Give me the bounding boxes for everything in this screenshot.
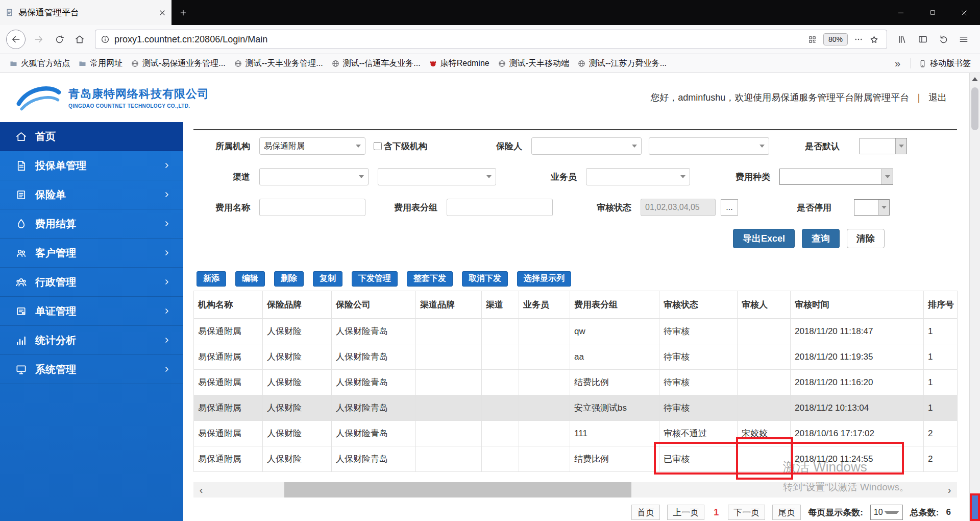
cancel-dispatch-button[interactable]: 取消下发 xyxy=(462,271,508,287)
sidebar-toggle-button[interactable] xyxy=(913,29,933,50)
current-page: 1 xyxy=(714,507,719,518)
mobile-bookmarks[interactable]: 移动版书签 xyxy=(914,57,975,70)
bookmark-folder[interactable]: 常用网址 xyxy=(74,57,127,70)
home-button[interactable] xyxy=(69,29,90,50)
maximize-button[interactable] xyxy=(917,0,948,25)
is-disabled-label: 是否停用 xyxy=(770,202,831,214)
sidebar-panel-icon xyxy=(918,34,928,44)
include-sub-org-checkbox[interactable] xyxy=(374,142,382,150)
bookmark-item[interactable]: 康特Redmine xyxy=(425,57,494,70)
table-header-cell: 费用表分组 xyxy=(570,291,659,319)
undo-button[interactable] xyxy=(933,29,953,50)
copy-button[interactable]: 复制 xyxy=(313,271,342,287)
bookmark-item[interactable]: 测试-天丰移动端 xyxy=(494,57,573,70)
page-size-select[interactable]: 10 xyxy=(870,505,903,520)
fee-group-input[interactable] xyxy=(447,199,553,216)
caret-down-icon xyxy=(884,511,899,514)
delete-button[interactable]: 删除 xyxy=(274,271,304,287)
dispatch-set-button[interactable]: 整套下发 xyxy=(407,271,453,287)
is-default-select[interactable] xyxy=(860,138,907,154)
choose-columns-button[interactable]: 选择显示列 xyxy=(517,271,571,287)
org-select-value: 易保通附属 xyxy=(264,141,356,152)
scroll-up-arrow-icon[interactable] xyxy=(972,77,978,81)
bookmark-item[interactable]: 测试--江苏万舜业务... xyxy=(573,57,671,70)
scroll-left-arrow-icon[interactable]: ‹ xyxy=(193,482,209,498)
menu-button[interactable] xyxy=(953,29,974,50)
bookmark-folder[interactable]: 火狐官方站点 xyxy=(5,57,74,70)
url-text[interactable]: proxy1.countnet.cn:20806/Login/Main xyxy=(114,34,805,45)
first-page-button[interactable]: 首页 xyxy=(631,505,660,520)
zoom-level-badge[interactable]: 80% xyxy=(823,33,848,45)
logout-link[interactable]: 退出 xyxy=(928,91,947,104)
salesman-select[interactable] xyxy=(586,168,690,185)
sidebar-item-home[interactable]: 首页 xyxy=(0,122,183,151)
customers-icon xyxy=(15,247,27,259)
forward-button[interactable] xyxy=(29,29,49,50)
close-window-button[interactable] xyxy=(948,0,980,25)
org-select[interactable]: 易保通附属 xyxy=(259,137,365,155)
prev-page-button[interactable]: 上一页 xyxy=(667,505,704,520)
audit-status-more-button[interactable]: ... xyxy=(721,199,738,216)
sidebar-item-statistics[interactable]: 统计分析 xyxy=(0,326,183,355)
table-row[interactable]: 易保通附属人保财险 人保财险青岛 111审核不通过 宋姣姣2018/10/16 … xyxy=(194,421,958,446)
table-row[interactable]: 易保通附属人保财险 人保财险青岛 qw待审核 2018/11/20 11:18:… xyxy=(194,319,958,344)
new-tab-button[interactable] xyxy=(172,0,195,25)
export-excel-button[interactable]: 导出Excel xyxy=(733,229,795,248)
is-disabled-select[interactable] xyxy=(854,199,890,216)
reload-button[interactable] xyxy=(49,29,69,50)
minimize-button[interactable] xyxy=(885,0,917,25)
bookmark-star-icon[interactable] xyxy=(866,32,881,47)
vertical-scrollbar-thumb[interactable] xyxy=(971,87,978,130)
bookmark-label: 移动版书签 xyxy=(930,58,971,69)
vertical-scrollbar[interactable] xyxy=(969,73,980,521)
scroll-right-arrow-icon[interactable]: › xyxy=(942,482,957,498)
table-row[interactable]: 易保通附属人保财险 人保财险青岛 结费比例已审核 2018/11/20 11:2… xyxy=(194,446,958,472)
forward-arrow-icon xyxy=(34,34,44,44)
sidebar: 首页 投保单管理 保险单 费用结算 xyxy=(0,122,183,521)
sidebar-item-proposal-mgmt[interactable]: 投保单管理 xyxy=(0,151,183,180)
add-button[interactable]: 新添 xyxy=(197,271,226,287)
channel-brand-select[interactable] xyxy=(259,168,369,185)
search-button[interactable]: 查询 xyxy=(802,229,840,248)
browser-tab[interactable]: 易保通管理平台 xyxy=(0,0,172,25)
last-page-button[interactable]: 尾页 xyxy=(772,505,801,520)
next-page-button[interactable]: 下一页 xyxy=(728,505,765,520)
sidebar-item-fee-settlement[interactable]: 费用结算 xyxy=(0,209,183,239)
insurer-brand-select[interactable] xyxy=(531,137,642,155)
table-row[interactable]: 易保通附属人保财险 人保财险青岛 结费比例待审核 2018/11/20 11:1… xyxy=(194,370,958,395)
back-button[interactable] xyxy=(6,30,26,49)
channel-select[interactable] xyxy=(378,168,496,185)
edit-button[interactable]: 编辑 xyxy=(235,271,265,287)
dispatch-mgmt-button[interactable]: 下发管理 xyxy=(352,271,398,287)
bookmark-item[interactable]: 测试-易保通业务管理... xyxy=(127,57,230,70)
library-button[interactable] xyxy=(892,29,913,50)
page-actions-icon[interactable] xyxy=(851,32,866,47)
qr-code-icon[interactable] xyxy=(805,32,820,47)
url-bar[interactable]: proxy1.countnet.cn:20806/Login/Main 80% xyxy=(95,30,887,49)
sidebar-item-admin-mgmt[interactable]: 行政管理 xyxy=(0,268,183,297)
table-header-row: 机构名称 保险品牌 保险公司 渠道品牌 渠道 业务员 费用表分组 审核状态 审核… xyxy=(194,291,958,319)
tab-close-icon[interactable] xyxy=(158,9,166,17)
bookmark-item[interactable]: 测试--信通车友业务... xyxy=(327,57,425,70)
bookmarks-overflow-chevron[interactable]: » xyxy=(888,58,908,69)
info-icon[interactable] xyxy=(101,35,110,44)
horizontal-scrollbar-thumb[interactable] xyxy=(284,482,631,498)
table-row-selected[interactable]: 易保通附属人保财险 人保财险青岛 安立强测试bs待审核 2018/11/2 10… xyxy=(194,395,958,421)
audit-status-input[interactable] xyxy=(641,199,716,216)
fee-name-input[interactable] xyxy=(259,199,365,216)
chevron-right-icon xyxy=(163,365,171,373)
sidebar-item-policy[interactable]: 保险单 xyxy=(0,180,183,209)
annotation-scrollbar-bottom xyxy=(970,493,980,521)
table-header-cell: 业务员 xyxy=(519,291,570,319)
fee-type-select[interactable] xyxy=(779,169,893,185)
table-row[interactable]: 易保通附属人保财险 人保财险青岛 aa待审核 2018/11/20 11:19:… xyxy=(194,344,958,370)
insurer-company-select[interactable] xyxy=(649,137,769,155)
pagination: 首页 上一页 1 下一页 尾页 每页显示条数: 10 总条数: 6 xyxy=(183,504,951,520)
site-header: 青岛康特网络科技有限公司 QINGDAO COUNTNET TECHNOLOGY… xyxy=(0,73,969,122)
bookmark-item[interactable]: 测试--天丰业务管理... xyxy=(230,57,327,70)
clear-button[interactable]: 清除 xyxy=(847,229,885,248)
sidebar-item-customer-mgmt[interactable]: 客户管理 xyxy=(0,239,183,268)
sidebar-item-certificate-mgmt[interactable]: 单证管理 xyxy=(0,297,183,326)
sidebar-item-system-mgmt[interactable]: 系统管理 xyxy=(0,355,183,384)
horizontal-scrollbar[interactable]: ‹ › xyxy=(193,482,957,498)
